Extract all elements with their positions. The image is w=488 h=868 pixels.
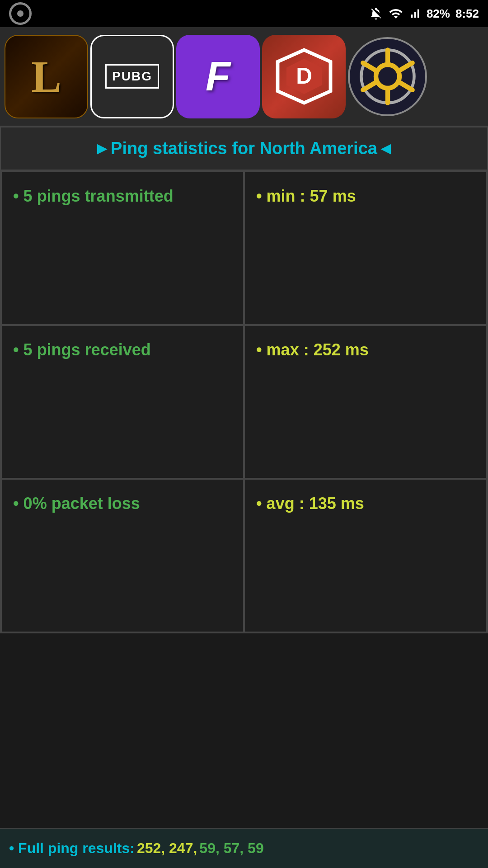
app-icons-row: PUBG F D [0, 27, 488, 127]
full-ping-label: • Full ping results: [9, 840, 135, 857]
signal-icon [408, 6, 421, 21]
packet-loss-label: • 0% packet loss [13, 493, 140, 514]
ping-header-text: ►Ping statistics for North America◄ [94, 139, 394, 158]
app-icon-overwatch[interactable] [348, 37, 427, 116]
app-icon-pubg[interactable]: PUBG [90, 35, 174, 118]
notification-mute-icon [369, 6, 383, 21]
pings-transmitted-label: • 5 pings transmitted [13, 186, 174, 207]
dota-logo-icon: D [275, 47, 333, 106]
min-ping-label: • min : 57 ms [256, 186, 356, 207]
app-icon-fortnite[interactable]: F [176, 35, 260, 118]
svg-text:D: D [296, 63, 312, 88]
stats-grid: • 5 pings transmitted • min : 57 ms • 5 … [0, 170, 488, 633]
fortnite-label: F [206, 53, 230, 100]
pings-received-cell: • 5 pings received [1, 325, 244, 479]
pings-transmitted-cell: • 5 pings transmitted [1, 171, 244, 325]
pings-received-label: • 5 pings received [13, 340, 151, 361]
max-ping-cell: • max : 252 ms [244, 325, 487, 479]
camera-icon [9, 2, 32, 25]
app-icon-dota[interactable]: D [262, 35, 346, 118]
ping-low-values: 59, 57, 59 [199, 840, 263, 857]
ping-high-values: 252, 247, [137, 840, 197, 857]
avg-ping-cell: • avg : 135 ms [244, 479, 487, 632]
status-bar: 82% 8:52 [0, 0, 488, 27]
svg-point-4 [376, 65, 399, 88]
pubg-label: PUBG [105, 64, 159, 89]
packet-loss-cell: • 0% packet loss [1, 479, 244, 632]
battery-level: 82% [427, 7, 450, 21]
avg-ping-label: • avg : 135 ms [256, 493, 364, 514]
ping-header: ►Ping statistics for North America◄ [0, 127, 488, 170]
wifi-icon [389, 6, 403, 21]
max-ping-label: • max : 252 ms [256, 340, 369, 361]
overwatch-logo-icon [358, 47, 417, 106]
ping-results-footer: • Full ping results: 252, 247, 59, 57, 5… [0, 828, 488, 868]
app-icon-lol[interactable] [5, 35, 88, 118]
min-ping-cell: • min : 57 ms [244, 171, 487, 325]
status-icons: 82% 8:52 [369, 6, 479, 21]
clock: 8:52 [455, 7, 479, 21]
